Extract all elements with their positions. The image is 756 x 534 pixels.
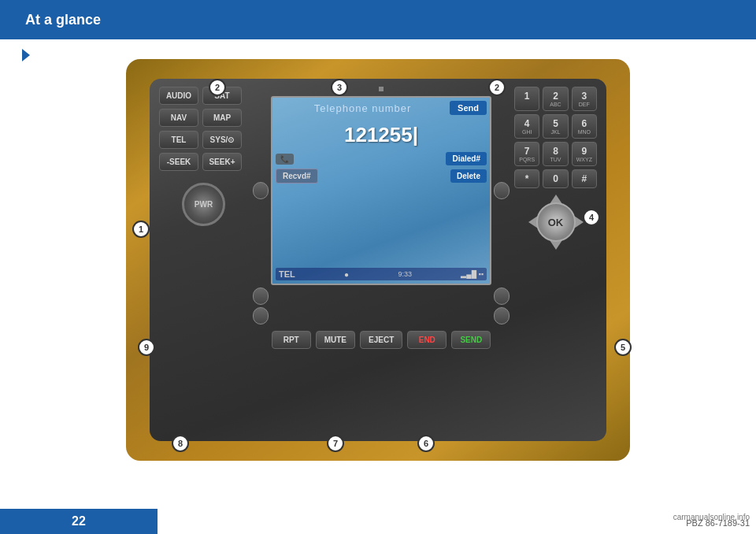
num-7-button[interactable]: 7PQRS [514, 142, 539, 166]
annotation-8: 8 [172, 435, 189, 452]
nav-button[interactable]: NAV [159, 109, 198, 127]
num-9-button[interactable]: 9WXYZ [572, 142, 597, 166]
num-hash-button[interactable]: # [572, 169, 597, 188]
mute-button[interactable]: MUTE [316, 331, 355, 349]
side-btn-2[interactable] [494, 182, 510, 199]
dialed-button[interactable]: Dialed# [446, 152, 487, 165]
num-8-button[interactable]: 8TUV [543, 142, 568, 166]
screen-spacer2 [271, 315, 491, 317]
sys-button[interactable]: SYS/⊙ [202, 131, 242, 149]
recvd-button[interactable]: Recvd# [276, 169, 318, 184]
delete-button[interactable]: Delete [450, 169, 487, 183]
screen-icon-row: 📞 Dialed# [276, 152, 487, 165]
num-6-button[interactable]: 6MNO [572, 114, 597, 139]
screen-display: Telephone number Send 121255| 📞 Dialed# [271, 96, 491, 285]
annotation-2b: 2 [488, 79, 506, 96]
unit-main: AUDIO SAT NAV MAP TEL SYS/⊙ -SEEK SEEK+ [156, 87, 600, 433]
end-button[interactable]: END [407, 331, 447, 349]
map-button[interactable]: MAP [202, 109, 242, 127]
num-4-button[interactable]: 4GHI [514, 114, 539, 139]
screen-tel-label: TEL [279, 269, 295, 279]
screen-dot: ● [344, 270, 349, 279]
pwr-label: PWR [195, 200, 213, 209]
side-btn-1[interactable] [253, 182, 269, 199]
recvd-row: Recvd# Delete [276, 169, 487, 184]
audio-button[interactable]: AUDIO [159, 87, 198, 105]
btn-row-4: -SEEK SEEK+ [159, 153, 248, 171]
annotation-1: 1 [132, 221, 150, 238]
page-number: 22 [72, 514, 86, 528]
seek-forward-button[interactable]: SEEK+ [202, 153, 242, 171]
num-2-button[interactable]: 2ABC [543, 87, 568, 111]
ok-label: OK [548, 217, 564, 228]
rpt-button[interactable]: RPT [272, 331, 311, 349]
center-col: Telephone number Send 121255| 📞 Dialed# [253, 87, 510, 349]
speaker-dot [379, 87, 384, 91]
screen-row-2 [253, 287, 510, 305]
tel-button[interactable]: TEL [159, 131, 198, 149]
screen-row-3 [253, 307, 510, 324]
phone-icon-box: 📞 [276, 154, 294, 165]
side-btn-4[interactable] [494, 287, 510, 305]
annotation-2a: 2 [209, 79, 226, 96]
ok-control: OK [528, 195, 584, 250]
side-btn-6[interactable] [494, 307, 510, 324]
phone-number-display: 121255| [276, 123, 487, 147]
screen-spacer [271, 295, 491, 297]
right-col: 1 2ABC 3DEF 4GHI 5JKL 6MNO 7PQRS 8TUV 9W… [514, 87, 597, 250]
header: At a glance [0, 0, 756, 39]
annotation-4: 4 [583, 209, 600, 226]
annotation-3: 3 [331, 79, 348, 96]
header-title: At a glance [25, 12, 101, 28]
num-0-button[interactable]: 0 [543, 169, 568, 188]
section-bullet [22, 49, 30, 61]
annotation-9: 9 [138, 339, 155, 356]
screen-send-button[interactable]: Send [450, 101, 487, 115]
footer: 22 [0, 509, 158, 534]
annotation-5: 5 [614, 339, 632, 356]
eject-button[interactable]: EJECT [360, 331, 402, 349]
num-1-button[interactable]: 1 [514, 87, 539, 111]
screen-title: Telephone number [276, 102, 450, 114]
ok-button-wrapper: OK [536, 202, 576, 242]
ok-button[interactable]: OK [536, 202, 576, 242]
unit-inner: AUDIO SAT NAV MAP TEL SYS/⊙ -SEEK SEEK+ [150, 79, 606, 441]
pwr-knob[interactable]: PWR [182, 183, 225, 226]
screen-signal-bars: ▂▄█ ▪▪ [461, 270, 484, 278]
car-unit: AUDIO SAT NAV MAP TEL SYS/⊙ -SEEK SEEK+ [126, 59, 630, 461]
numpad: 1 2ABC 3DEF 4GHI 5JKL 6MNO 7PQRS 8TUV 9W… [514, 87, 597, 188]
side-btn-5[interactable] [253, 307, 269, 324]
seek-back-button[interactable]: -SEEK [159, 153, 198, 171]
btn-row-2: NAV MAP [159, 109, 248, 127]
site-label: carmanualsonline.info [673, 513, 750, 521]
annotation-7: 7 [327, 435, 344, 452]
screen-row-1: Telephone number Send 121255| 📞 Dialed# [253, 96, 510, 285]
num-3-button[interactable]: 3DEF [572, 87, 597, 111]
screen-footer: TEL ● 9:33 ▂▄█ ▪▪ [276, 268, 487, 280]
screen-top-row: Telephone number Send [276, 101, 487, 115]
send-button[interactable]: SEND [451, 331, 491, 349]
num-star-button[interactable]: * [514, 169, 539, 188]
btn-row-1: AUDIO SAT [159, 87, 248, 105]
screen-time: 9:33 [398, 270, 412, 278]
side-btn-3[interactable] [253, 287, 269, 305]
screen-wrapper: Telephone number Send 121255| 📞 Dialed# [253, 96, 510, 324]
num-5-button[interactable]: 5JKL [543, 114, 568, 139]
site-watermark: carmanualsonline.info [673, 513, 750, 521]
annotation-6: 6 [417, 435, 435, 452]
left-buttons: AUDIO SAT NAV MAP TEL SYS/⊙ -SEEK SEEK+ [159, 87, 248, 226]
btn-row-3: TEL SYS/⊙ [159, 131, 248, 149]
bottom-controls: RPT MUTE EJECT END SEND [253, 331, 510, 349]
